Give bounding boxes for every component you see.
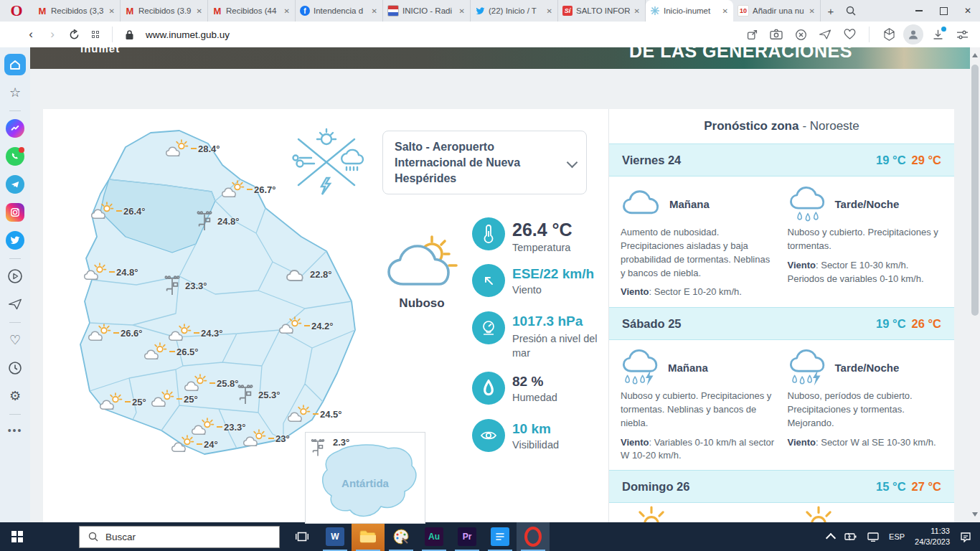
- download-notification-dot: [941, 27, 946, 32]
- bookmarks-heart-icon[interactable]: ♡: [4, 329, 26, 351]
- window-restore-button[interactable]: [931, 0, 956, 22]
- sidebar-speed-dial-icon[interactable]: ☆: [4, 82, 26, 103]
- taskbar-docs-app[interactable]: [484, 522, 517, 551]
- network-icon[interactable]: [867, 532, 879, 542]
- sun-cloud-icon: [191, 418, 215, 436]
- browser-tab[interactable]: M Recibidos (3,3 ✕: [33, 0, 121, 22]
- browser-tab[interactable]: M Recibidos (3.9 ✕: [121, 0, 208, 22]
- taskbar-opera[interactable]: [517, 522, 550, 551]
- share-icon[interactable]: [741, 24, 763, 44]
- tab-close-icon[interactable]: ✕: [196, 7, 203, 15]
- player-icon[interactable]: [4, 265, 26, 287]
- adblock-shield-icon[interactable]: [790, 24, 811, 44]
- start-button[interactable]: [0, 522, 34, 551]
- tab-close-icon[interactable]: ✕: [722, 7, 729, 15]
- zone-forecast-panel: Pronóstico zona - Noroeste Viernes 24 19…: [608, 109, 954, 522]
- lock-icon[interactable]: [118, 25, 140, 44]
- tab-close-icon[interactable]: ✕: [809, 7, 816, 15]
- settings-gear-icon[interactable]: ⚙: [4, 385, 26, 407]
- browser-tab[interactable]: Sí SALTO INFOR ✕: [558, 0, 646, 22]
- action-center-icon[interactable]: [960, 532, 971, 542]
- map-station-marker: 23°: [242, 429, 290, 448]
- taskbar-word[interactable]: W: [319, 522, 352, 551]
- sun-cloud-icon: [287, 405, 311, 423]
- window-minimize-button[interactable]: [907, 0, 931, 22]
- my-flow-icon[interactable]: [814, 24, 836, 44]
- twitter-sidebar-icon[interactable]: [4, 230, 26, 251]
- min-temp: 19 °C: [876, 317, 905, 331]
- window-close-button[interactable]: ✕: [956, 0, 980, 22]
- easy-setup-sliders-icon[interactable]: [951, 24, 973, 44]
- history-clock-icon[interactable]: [4, 357, 26, 379]
- browser-tab[interactable]: (22) Inicio / T ✕: [471, 0, 558, 22]
- sidebar-more-icon[interactable]: •••: [8, 425, 23, 436]
- taskbar-paint3d[interactable]: [385, 522, 418, 551]
- map-station-marker: 25°: [151, 390, 198, 408]
- scroll-up-arrow[interactable]: [972, 53, 978, 57]
- address-bar: ‹ › www.inumet.gub.uy: [0, 22, 980, 48]
- bookmark-heart-icon[interactable]: [839, 24, 860, 44]
- visibility-value: 10 km: [512, 421, 551, 437]
- scrollbar-thumb[interactable]: [971, 65, 979, 316]
- browser-tab[interactable]: 10 Añadir una nu ✕: [733, 0, 821, 22]
- facebook-icon: f: [300, 6, 310, 16]
- sun-cloud-icon: [88, 324, 112, 342]
- taskbar-search-input[interactable]: Buscar: [79, 526, 280, 548]
- max-temp: 29 °C: [912, 154, 941, 167]
- humidity-label: Humedad: [512, 392, 557, 403]
- whatsapp-icon[interactable]: [4, 146, 26, 167]
- visibility-eye-icon: [472, 419, 505, 452]
- sidebar-home-button[interactable]: [4, 54, 26, 75]
- divider: [9, 414, 21, 415]
- divider: [9, 322, 21, 323]
- browser-tab-active[interactable]: Inicio-inumet ✕: [646, 0, 733, 22]
- taskbar-clock[interactable]: 11:33 24/3/2023: [915, 526, 950, 547]
- url-field[interactable]: www.inumet.gub.uy: [146, 29, 230, 40]
- browser-tab[interactable]: INICIO - Radi ✕: [383, 0, 471, 22]
- chevron-down-icon: [567, 157, 578, 169]
- map-station-marker: 24.5°: [287, 405, 342, 423]
- browser-tab[interactable]: f Intendencia d ✕: [296, 0, 383, 22]
- cloud-icon: [621, 188, 662, 220]
- tab-close-icon[interactable]: ✕: [371, 7, 378, 15]
- tab-close-icon[interactable]: ✕: [283, 7, 291, 15]
- back-icon[interactable]: ‹: [20, 25, 42, 44]
- forecast-day-body: Mañana Nuboso y cubierto. Precipitacione…: [609, 340, 954, 470]
- tray-expand-icon[interactable]: [826, 532, 836, 542]
- tab-search-icon[interactable]: [841, 0, 861, 22]
- scroll-down-arrow[interactable]: [972, 512, 978, 517]
- station-tower-icon: [237, 384, 254, 405]
- flow-paper-plane-icon[interactable]: [4, 293, 26, 315]
- tab-close-icon[interactable]: ✕: [108, 7, 116, 15]
- extensions-cube-icon[interactable]: [878, 24, 900, 44]
- snapshot-camera-icon[interactable]: [765, 24, 787, 44]
- downloads-icon[interactable]: [927, 24, 948, 44]
- new-tab-button[interactable]: +: [821, 0, 841, 22]
- reload-icon[interactable]: [63, 25, 85, 44]
- page-scrollbar[interactable]: [970, 47, 980, 522]
- language-indicator[interactable]: ESP: [889, 532, 905, 541]
- tab-close-icon[interactable]: ✕: [633, 7, 641, 15]
- map-station-marker: 26.7°: [221, 180, 276, 199]
- battery-icon[interactable]: [844, 532, 857, 541]
- messenger-icon[interactable]: [4, 118, 26, 139]
- speed-dial-icon[interactable]: [85, 25, 106, 44]
- tab-close-icon[interactable]: ✕: [546, 7, 553, 15]
- station-selector-dropdown[interactable]: Salto - Aeropuerto Internacional de Nuev…: [382, 131, 587, 194]
- tab-close-icon[interactable]: ✕: [458, 7, 466, 15]
- taskbar-premiere[interactable]: Pr: [451, 522, 484, 551]
- forward-icon[interactable]: ›: [42, 25, 63, 44]
- telegram-icon[interactable]: [4, 174, 26, 195]
- browser-tab[interactable]: M Recibidos (44 ✕: [208, 0, 296, 22]
- taskbar-audition[interactable]: Au: [418, 522, 451, 551]
- task-view-button[interactable]: [286, 522, 319, 551]
- pressure-value: 1017.3 hPa: [512, 314, 583, 329]
- opera-menu-button[interactable]: O: [0, 0, 33, 22]
- taskbar-file-explorer[interactable]: [352, 522, 385, 551]
- divider: [869, 27, 870, 42]
- instagram-icon[interactable]: [4, 202, 26, 223]
- map-station-marker: 22.8°: [286, 265, 332, 283]
- profile-avatar[interactable]: [903, 24, 924, 44]
- current-condition-label: Nuboso: [382, 296, 461, 311]
- sun-cloud-icon: [143, 342, 168, 361]
